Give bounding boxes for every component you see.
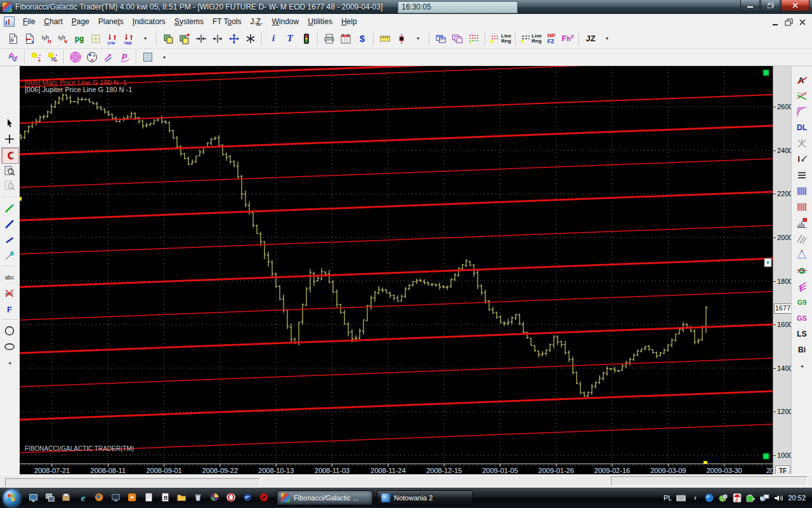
recycle-bin-icon[interactable] xyxy=(193,492,204,504)
price-lines-icon[interactable] xyxy=(466,30,481,47)
zoom-page-disabled-tool[interactable] xyxy=(1,179,18,194)
keyboard-icon[interactable] xyxy=(676,493,686,503)
open-page-icon[interactable] xyxy=(22,30,37,47)
menu-window[interactable]: Window xyxy=(268,15,304,28)
taskbar-task-2[interactable]: Notowania 2 xyxy=(377,490,473,505)
symbol-scale-icon[interactable]: SYM xyxy=(105,30,120,47)
green-pen-tool[interactable] xyxy=(1,201,18,216)
pitchfork-tool[interactable]: A xyxy=(794,72,810,88)
bars-v-icon[interactable]: v xyxy=(55,30,70,47)
menu-utilities[interactable]: Utilities xyxy=(303,15,337,28)
mdi-restore-button[interactable] xyxy=(785,17,794,25)
ls-tool[interactable]: LS xyxy=(794,326,810,342)
squiggle-lines-icon[interactable] xyxy=(6,49,21,65)
triangle-tool[interactable] xyxy=(794,247,810,262)
concentric-circles-icon[interactable] xyxy=(68,49,83,65)
live-range-icon[interactable]: LiveRng xyxy=(489,30,512,47)
new-page-icon[interactable]: N xyxy=(6,30,21,47)
taskbar-task-1[interactable]: Fibonacci/Galactic ... xyxy=(277,490,373,505)
cascade-add-icon[interactable] xyxy=(177,30,192,47)
menu-help[interactable]: Help xyxy=(337,15,362,28)
text-abc-tool[interactable]: abc xyxy=(1,270,18,285)
gs-tool[interactable]: GS xyxy=(794,311,810,326)
planet-dots-icon[interactable] xyxy=(29,49,44,65)
more-tools-arrow[interactable]: ◂ xyxy=(1,355,18,370)
dropdown-icon[interactable]: ▾ xyxy=(410,30,426,47)
menu-indicators[interactable]: Indicators xyxy=(128,15,170,28)
zoom-page-tool[interactable] xyxy=(1,163,18,178)
windows-purple-icon[interactable] xyxy=(450,30,465,47)
ellipse-tool[interactable] xyxy=(1,339,18,354)
dl-tool[interactable]: DL xyxy=(794,120,810,135)
media-player-icon[interactable] xyxy=(127,492,138,504)
fibonacci-tool[interactable]: F xyxy=(1,302,18,317)
jz-icon[interactable]: JZ xyxy=(583,30,598,47)
compress-scale-icon[interactable] xyxy=(193,30,209,47)
maximize-button[interactable] xyxy=(761,0,780,11)
print-icon[interactable] xyxy=(322,30,337,47)
move-one-icon[interactable] xyxy=(226,30,242,47)
computer-icon[interactable] xyxy=(110,492,122,504)
opera-icon[interactable] xyxy=(226,492,237,504)
bars-n-icon[interactable]: n xyxy=(39,30,54,47)
menu-jz[interactable]: J.Z. xyxy=(246,15,267,28)
instant-line-tool[interactable]: I xyxy=(794,152,810,167)
tray-app-blue-icon[interactable] xyxy=(704,493,714,503)
mdi-minimize-button[interactable] xyxy=(771,17,780,25)
hp-fz-icon[interactable]: HPFZ xyxy=(544,30,559,47)
mini-chart-tool[interactable] xyxy=(794,215,810,231)
internet-explorer-icon[interactable]: e xyxy=(77,492,89,504)
windows-blue-icon[interactable] xyxy=(433,30,449,47)
time-scale-icon[interactable]: TIME xyxy=(121,30,136,47)
tray-expand-chevron[interactable]: ‹ xyxy=(690,493,700,503)
aspect-arrows-icon[interactable] xyxy=(101,49,116,65)
trendline-short-tool[interactable] xyxy=(1,232,18,248)
document-b-icon[interactable]: B xyxy=(160,492,171,504)
candle-style-icon[interactable] xyxy=(394,30,409,47)
close-button[interactable] xyxy=(781,0,809,11)
text-tool-icon[interactable]: T xyxy=(282,30,298,47)
cascade-windows-icon[interactable] xyxy=(160,30,176,47)
grid-table-icon[interactable] xyxy=(140,49,155,65)
cross-lines-tool[interactable] xyxy=(794,136,810,151)
fhz-icon[interactable]: FhZ xyxy=(560,30,575,47)
menu-planets[interactable]: Planets xyxy=(94,15,128,28)
minimize-button[interactable] xyxy=(740,0,760,11)
red-app-icon[interactable] xyxy=(259,492,270,504)
notepad-icon[interactable] xyxy=(143,492,155,504)
trendline-tool[interactable] xyxy=(1,217,18,232)
text-delete-tool[interactable]: abc xyxy=(1,286,18,301)
asterisk-icon[interactable] xyxy=(243,30,258,47)
expand-scale-icon[interactable] xyxy=(210,30,225,47)
menu-fttools[interactable]: FT Tools xyxy=(208,15,246,28)
horizontal-lines-tool[interactable] xyxy=(794,168,810,183)
sidebar-icon[interactable] xyxy=(61,492,72,504)
p-curve-icon[interactable]: P xyxy=(117,49,133,65)
dropdown-icon[interactable]: ▾ xyxy=(157,49,172,65)
red-green-lines-tool[interactable] xyxy=(794,88,810,104)
g9-tool[interactable]: G9 xyxy=(794,295,810,310)
menu-page[interactable]: Page xyxy=(67,15,94,28)
language-indicator[interactable]: PL xyxy=(664,494,672,502)
diagonal-lines-tool[interactable] xyxy=(794,231,810,246)
chart-window-icon[interactable] xyxy=(4,17,15,27)
planet-wheel-icon[interactable] xyxy=(84,49,100,65)
antivirus-umbrella-icon[interactable] xyxy=(732,493,742,503)
thunderbird-icon[interactable] xyxy=(242,492,254,504)
battery-icon[interactable] xyxy=(746,493,756,503)
gann-g-tool[interactable]: G xyxy=(794,263,810,278)
arrow-fan-tool[interactable] xyxy=(794,279,810,294)
magnet-tool[interactable] xyxy=(1,147,19,164)
pointer-tool[interactable] xyxy=(1,116,18,131)
chart-plot[interactable]: 2008-07-212008-08-112008-09-012008-09-22… xyxy=(20,66,773,474)
dollar-icon[interactable]: $ xyxy=(355,30,370,47)
dropdown-icon[interactable]: ▾ xyxy=(138,30,153,47)
ruler-icon[interactable] xyxy=(377,30,393,47)
mdi-close-button[interactable] xyxy=(798,17,807,25)
network-icon[interactable] xyxy=(760,493,769,503)
grid-window-icon[interactable] xyxy=(88,30,103,47)
live-range-2-icon[interactable]: LiveRng xyxy=(520,30,542,47)
more-tools-arrow[interactable]: ◂ xyxy=(794,358,810,373)
circle-tool[interactable] xyxy=(1,323,18,338)
pinwheel-app-icon[interactable] xyxy=(209,492,221,504)
